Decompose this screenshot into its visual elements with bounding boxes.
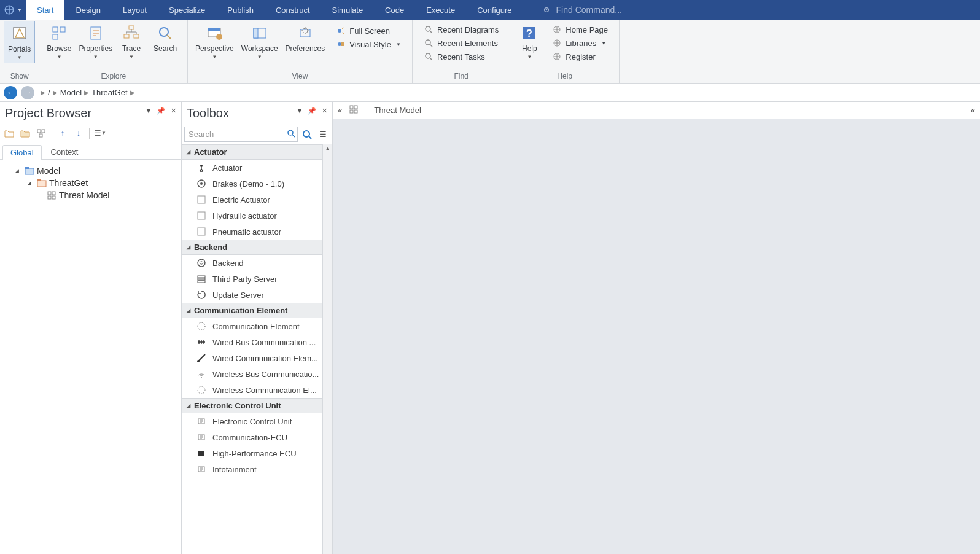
svg-rect-9 xyxy=(129,26,134,29)
toolbox-item[interactable]: Electric Actuator xyxy=(182,192,332,208)
trace-button[interactable]: Trace ▼ xyxy=(116,21,147,62)
tree-node-model[interactable]: ◢ Model xyxy=(2,165,179,177)
toolbox-item[interactable]: Electronic Control Unit xyxy=(182,413,332,429)
pin-icon[interactable]: 📌 xyxy=(157,107,165,115)
pin-icon[interactable]: 📌 xyxy=(308,107,316,115)
new-package-icon[interactable] xyxy=(20,128,31,139)
svg-rect-34 xyxy=(25,168,34,174)
panel-dropdown-icon[interactable]: ▼ xyxy=(295,107,304,115)
app-logo[interactable]: ▼ xyxy=(0,0,26,20)
tab-context[interactable]: Context xyxy=(43,144,87,159)
tree-label: ThreatGet xyxy=(49,178,88,188)
hamburger-icon[interactable]: ☰ ▼ xyxy=(95,128,106,139)
toolbox-item[interactable]: High-Performance ECU xyxy=(182,445,332,461)
move-down-icon[interactable]: ↓ xyxy=(73,128,84,139)
home-page-button[interactable]: Home Page xyxy=(550,23,610,36)
toolbox-item[interactable]: Communication-ECU xyxy=(182,429,332,445)
visualstyle-button[interactable]: Visual Style ▼ xyxy=(333,38,403,50)
nav-forward-button[interactable]: → xyxy=(21,86,34,99)
collapse-right-icon[interactable]: « xyxy=(971,106,975,115)
toolbox-category[interactable]: ◢Communication Element xyxy=(182,303,332,318)
perspective-button[interactable]: Perspective ▼ xyxy=(192,21,238,62)
grid-icon[interactable] xyxy=(349,105,358,115)
toolbox-item[interactable]: Backend xyxy=(182,255,332,271)
toolbox-item[interactable]: Actuator xyxy=(182,160,332,176)
find-command[interactable] xyxy=(542,0,679,20)
svg-point-12 xyxy=(160,28,168,36)
register-button[interactable]: Register xyxy=(550,50,610,63)
move-up-icon[interactable]: ↑ xyxy=(57,128,68,139)
toolbox-item[interactable]: Wired Communication Elem... xyxy=(182,350,332,366)
preferences-button[interactable]: Preferences xyxy=(282,21,329,55)
toolbox-item-label: Communication Element xyxy=(212,322,300,331)
recent-tasks-label: Recent Tasks xyxy=(437,52,485,61)
help-button[interactable]: ? Help ▼ xyxy=(514,21,545,62)
menu-item-execute[interactable]: Execute xyxy=(415,0,466,20)
toolbox-item[interactable]: Infotainment xyxy=(182,461,332,477)
nav-back-button[interactable]: ← xyxy=(4,86,17,99)
svg-rect-48 xyxy=(198,212,205,219)
menu-item-configure[interactable]: Configure xyxy=(466,0,523,20)
toolbox-search-input[interactable] xyxy=(184,127,298,142)
toolbox-find-button[interactable] xyxy=(300,128,314,141)
menu-item-start[interactable]: Start xyxy=(26,0,64,20)
breadcrumb-threatget[interactable]: ThreatGet xyxy=(91,88,128,97)
toolbox-item-label: Brakes (Demo - 1.0) xyxy=(212,179,284,189)
new-diagram-icon[interactable] xyxy=(36,128,47,139)
svg-rect-53 xyxy=(198,281,205,283)
tree-node-threat-model[interactable]: Threat Model xyxy=(2,189,179,201)
canvas-body[interactable] xyxy=(333,119,980,554)
svg-point-25 xyxy=(426,53,430,58)
chevron-right-icon: ▶ xyxy=(53,89,58,96)
toolbox-menu-button[interactable]: ☰ xyxy=(316,128,330,141)
toolbox-category[interactable]: ◢Electronic Control Unit xyxy=(182,398,332,413)
tab-global[interactable]: Global xyxy=(2,145,42,160)
toolbox-item[interactable]: Communication Element xyxy=(182,318,332,334)
fullscreen-button[interactable]: Full Screen xyxy=(333,25,403,37)
properties-button[interactable]: Properties ▼ xyxy=(75,21,116,62)
breadcrumb-root[interactable]: / xyxy=(48,88,50,97)
search-icon[interactable] xyxy=(287,129,295,139)
recent-tasks-button[interactable]: Recent Tasks xyxy=(421,50,501,63)
toolbox-item[interactable]: Update Server xyxy=(182,287,332,303)
recent-elements-button[interactable]: Recent Elements xyxy=(421,37,501,49)
recent-diagrams-button[interactable]: Recent Diagrams xyxy=(421,23,501,36)
collapse-left-icon[interactable]: « xyxy=(338,106,342,115)
toolbox-category[interactable]: ◢Actuator xyxy=(182,144,332,160)
canvas-header: « Threat Model « xyxy=(333,102,980,119)
toolbox-item[interactable]: Brakes (Demo - 1.0) xyxy=(182,176,332,192)
find-command-input[interactable] xyxy=(556,5,679,15)
svg-point-44 xyxy=(200,165,203,167)
menu-item-simulate[interactable]: Simulate xyxy=(321,0,375,20)
scrollbar[interactable]: ▲ xyxy=(322,144,332,554)
visualstyle-icon xyxy=(336,39,346,49)
workspace-button[interactable]: Workspace ▼ xyxy=(238,21,282,62)
menu-item-specialize[interactable]: Specialize xyxy=(158,0,216,20)
panel-dropdown-icon[interactable]: ▼ xyxy=(144,107,153,115)
toolbox-item[interactable]: Wired Bus Communication ... xyxy=(182,334,332,350)
menu-item-code[interactable]: Code xyxy=(374,0,415,20)
tree-node-threatget[interactable]: ◢ ThreatGet xyxy=(2,177,179,189)
menu-item-layout[interactable]: Layout xyxy=(112,0,158,20)
toolbox-item-label: Wireless Bus Communicatio... xyxy=(212,370,319,379)
toolbox-item[interactable]: Hydraulic actuator xyxy=(182,208,332,224)
toolbox-item[interactable]: Wireless Bus Communicatio... xyxy=(182,366,332,382)
menu-item-construct[interactable]: Construct xyxy=(265,0,321,20)
libraries-button[interactable]: Libraries▼ xyxy=(550,37,610,49)
browse-button[interactable]: Browse ▼ xyxy=(43,21,75,62)
portals-button[interactable]: Portals ▼ xyxy=(4,21,35,63)
toolbox-category[interactable]: ◢Backend xyxy=(182,240,332,255)
menu-item-design[interactable]: Design xyxy=(64,0,111,20)
recent-elements-label: Recent Elements xyxy=(437,39,498,48)
search-button[interactable]: Search xyxy=(147,21,184,55)
breadcrumb-model[interactable]: Model xyxy=(60,88,82,97)
toolbox-item[interactable]: Third Party Server xyxy=(182,271,332,287)
group-label-show: Show xyxy=(4,71,35,83)
project-browser-toolbar: ↑ ↓ ☰ ▼ xyxy=(0,124,181,142)
close-icon[interactable]: ✕ xyxy=(169,107,177,115)
menu-item-publish[interactable]: Publish xyxy=(216,0,265,20)
toolbox-item[interactable]: Pneumatic actuator xyxy=(182,224,332,240)
new-model-icon[interactable] xyxy=(4,128,15,139)
close-icon[interactable]: ✕ xyxy=(320,107,329,115)
toolbox-item[interactable]: Wireless Communication El... xyxy=(182,382,332,398)
